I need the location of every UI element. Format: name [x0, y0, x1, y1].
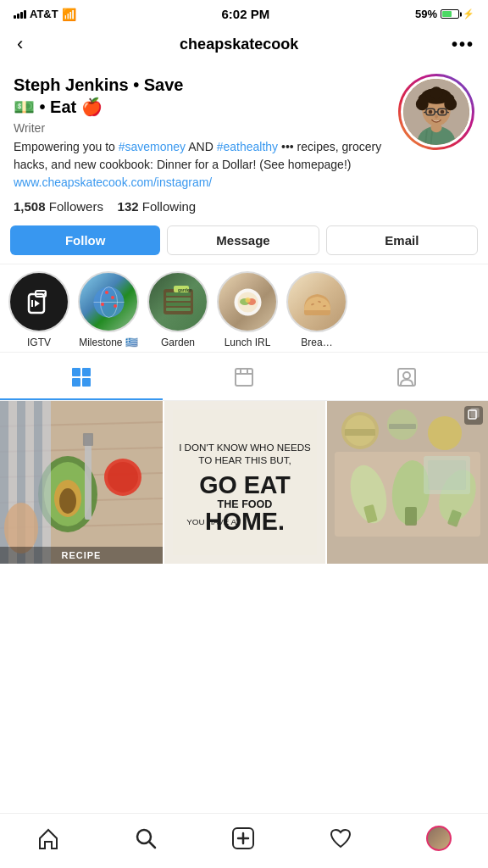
story-label-brea: Brea…	[301, 337, 332, 348]
nav-profile[interactable]	[418, 822, 460, 854]
grid-icon	[70, 366, 92, 388]
svg-text:I DON'T KNOW WHO NEEDS: I DON'T KNOW WHO NEEDS	[179, 442, 311, 453]
story-label-milestone: Milestone 🇬🇷	[79, 337, 138, 348]
follow-button[interactable]: Follow	[10, 225, 160, 255]
profile-header: Steph Jenkins • Save💵 • Eat 🍎 Writer Emp…	[0, 67, 488, 192]
hashtag-eathealthy[interactable]: #eathealthy	[217, 140, 278, 153]
svg-point-33	[114, 304, 117, 308]
svg-text:YOU HAVE AT: YOU HAVE AT	[186, 517, 241, 526]
svg-text:TO HEAR THIS BUT,: TO HEAR THIS BUT,	[198, 454, 291, 465]
battery-percent: 59%	[415, 8, 437, 20]
add-icon	[231, 826, 255, 850]
svg-text:GO EAT: GO EAT	[199, 471, 291, 498]
avatar-image	[403, 79, 469, 145]
svg-point-32	[101, 303, 104, 306]
charging-icon: ⚡	[463, 8, 474, 19]
bread-icon	[294, 279, 341, 326]
svg-rect-56	[247, 369, 248, 373]
svg-rect-38	[166, 308, 191, 311]
igtv-icon	[23, 286, 55, 318]
story-brea[interactable]: Brea…	[286, 271, 347, 348]
story-lunch[interactable]: Lunch IRL	[217, 271, 278, 348]
svg-line-24	[44, 293, 46, 294]
nav-home[interactable]	[28, 823, 69, 854]
svg-point-21	[435, 114, 438, 119]
posts-grid: RECIPE I DON'T KNOW WHO NEEDS TO HEAR TH…	[0, 401, 488, 564]
wifi-icon: 📶	[62, 8, 76, 21]
svg-rect-49	[72, 368, 80, 376]
story-milestone[interactable]: Milestone 🇬🇷	[78, 271, 139, 348]
back-button[interactable]: ‹	[14, 30, 26, 58]
carrier-label: AT&T	[30, 8, 58, 20]
svg-rect-35	[166, 292, 191, 296]
svg-rect-90	[405, 507, 417, 526]
story-circle-milestone	[78, 271, 139, 332]
story-garden[interactable]: garden Garden	[147, 271, 208, 348]
svg-rect-100	[428, 460, 466, 490]
svg-line-18	[446, 112, 449, 113]
svg-marker-26	[35, 300, 40, 307]
status-bar: AT&T 📶 6:02 PM 59% ⚡	[0, 0, 488, 25]
story-label-garden: Garden	[161, 337, 195, 348]
reels-icon	[233, 366, 255, 388]
svg-line-17	[424, 112, 426, 113]
story-igtv[interactable]: IGTV	[8, 271, 69, 348]
svg-text:garden: garden	[178, 287, 192, 292]
tagged-icon	[396, 366, 418, 388]
nav-add[interactable]	[223, 823, 263, 854]
tab-tagged[interactable]	[325, 356, 488, 400]
following-count[interactable]: 132	[118, 199, 139, 214]
svg-rect-36	[166, 298, 191, 301]
nav-avatar	[426, 826, 452, 851]
svg-point-19	[429, 110, 433, 114]
nav-search[interactable]	[125, 823, 166, 854]
story-circle-lunch	[217, 271, 278, 332]
svg-point-58	[403, 372, 410, 379]
top-nav: ‹ cheapskatecook •••	[0, 25, 488, 67]
svg-rect-53	[236, 369, 252, 386]
profile-bio: Empowering you to #savemoney AND #eathea…	[14, 138, 388, 174]
followers-count[interactable]: 1,508	[14, 199, 46, 214]
heart-icon	[329, 826, 352, 850]
svg-point-68	[59, 488, 76, 514]
grid-post-1[interactable]: RECIPE	[0, 401, 163, 564]
profile-info: Steph Jenkins • Save💵 • Eat 🍎 Writer Emp…	[14, 74, 388, 189]
svg-point-75	[4, 503, 38, 554]
globe-icon	[86, 279, 132, 326]
svg-rect-98	[389, 424, 416, 429]
svg-rect-54	[236, 373, 252, 375]
svg-point-96	[428, 416, 462, 450]
message-button[interactable]: Message	[167, 225, 319, 255]
svg-point-30	[105, 291, 108, 294]
story-label-lunch: Lunch IRL	[225, 337, 271, 348]
stories-row: IGTV Milestone 🇬🇷	[0, 264, 488, 353]
svg-line-104	[149, 842, 155, 848]
tab-reels[interactable]	[163, 356, 325, 400]
svg-rect-77	[83, 433, 93, 446]
home-icon	[36, 826, 60, 850]
hashtag-savemoney[interactable]: #savemoney	[119, 140, 186, 153]
svg-rect-97	[345, 429, 375, 436]
nav-heart[interactable]	[320, 823, 361, 854]
grid-post-2[interactable]: I DON'T KNOW WHO NEEDS TO HEAR THIS BUT,…	[163, 401, 325, 564]
email-button[interactable]: Email	[326, 225, 478, 255]
profile-username-header: cheapskatecook	[180, 36, 298, 53]
signal-icon	[14, 10, 26, 19]
post-3-copy-icon	[464, 406, 483, 425]
profile-website[interactable]: www.cheapskatecook.com/instagram/	[14, 175, 388, 189]
story-label-igtv: IGTV	[27, 337, 51, 348]
profile-name: Steph Jenkins • Save💵 • Eat 🍎	[14, 74, 388, 118]
post-1-label: RECIPE	[0, 547, 163, 564]
grid-post-3[interactable]	[325, 401, 488, 564]
avatar	[401, 76, 472, 147]
svg-rect-51	[72, 378, 80, 387]
avatar-wrapper[interactable]	[398, 74, 474, 150]
status-right: 59% ⚡	[415, 8, 474, 20]
followers-row: 1,508 Followers 132 Following	[0, 192, 488, 220]
svg-rect-76	[85, 435, 92, 520]
tabs-row	[0, 356, 488, 401]
more-options-button[interactable]: •••	[452, 35, 474, 54]
svg-point-31	[111, 296, 114, 299]
story-circle-brea	[286, 271, 347, 332]
tab-grid[interactable]	[0, 356, 163, 400]
